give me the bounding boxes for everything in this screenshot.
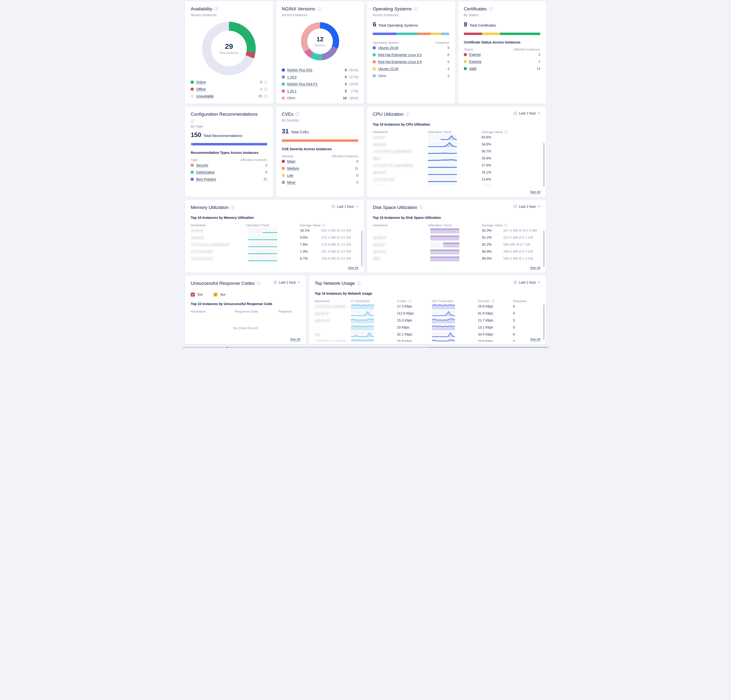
- type-link-best-practice[interactable]: Best Practice: [196, 177, 216, 181]
- nginx-versions-donut-chart[interactable]: 12 Versions: [301, 22, 339, 60]
- availability-donut-chart[interactable]: 29 Total Instances: [202, 22, 256, 75]
- legend-swatch: [373, 46, 376, 49]
- info-icon[interactable]: [408, 300, 411, 303]
- info-icon[interactable]: [504, 130, 507, 133]
- scrollbar[interactable]: [361, 231, 363, 267]
- severity-link-major[interactable]: Major: [287, 160, 296, 163]
- card-title-text: Certificates: [464, 6, 487, 12]
- info-icon[interactable]: [264, 95, 267, 98]
- type-link-optimization[interactable]: Optimization: [196, 170, 215, 174]
- info-icon[interactable]: [504, 224, 507, 227]
- hostname-redacted[interactable]: lu.172.18.0.213: [191, 257, 248, 261]
- severity-link-medium[interactable]: Medium: [287, 166, 299, 170]
- severity-link-low[interactable]: Low: [287, 173, 294, 177]
- hostname-redacted[interactable]: aa.ads.df: [373, 142, 428, 146]
- col-header-hostname: Hostname: [191, 223, 246, 227]
- see-all-link[interactable]: See All: [290, 337, 300, 341]
- status-link-expired[interactable]: Expired: [469, 53, 481, 57]
- recommendation-row: Best Practice 21: [191, 176, 267, 183]
- total-os-label: Total Operating Systems: [378, 23, 418, 27]
- disk-sparkline: [430, 256, 459, 262]
- scrollbar[interactable]: [543, 305, 545, 340]
- disk-row: 82.3% 347.8 MB of 917.9 MB: [373, 227, 540, 234]
- hostname-redacted[interactable]: aa.rws.df: [373, 171, 428, 174]
- hostname-redacted[interactable]: lu.172.18.0_a.internal: [315, 305, 351, 308]
- info-icon[interactable]: [264, 81, 267, 84]
- info-icon[interactable]: [214, 7, 218, 11]
- hostname-redacted[interactable]: s.893.08_0_bs.internal: [315, 340, 351, 341]
- legend-link[interactable]: 1.25.1: [287, 89, 297, 93]
- certificates-title: Certificates: [464, 6, 540, 12]
- os-link[interactable]: Red Hat Enterprise Linux 8.9: [378, 60, 421, 64]
- legend-item-unavailable: Unavailable 20: [191, 93, 267, 100]
- see-all-link[interactable]: See All: [348, 266, 358, 269]
- cves-stacked-bar: [282, 139, 358, 142]
- checkbox-checked-icon: [213, 293, 217, 297]
- info-icon[interactable]: [492, 300, 495, 303]
- legend-link-offline[interactable]: Offline: [196, 87, 206, 91]
- legend-link[interactable]: NGINX Plus R24 P1: [287, 82, 318, 86]
- network-row: 10 Kbps 13.1 Kbps 0: [315, 324, 540, 331]
- info-icon[interactable]: [257, 281, 260, 285]
- hostname-redacted[interactable]: dbsd: [373, 257, 430, 261]
- info-icon[interactable]: [489, 7, 493, 11]
- info-icon[interactable]: [317, 7, 321, 11]
- time-range-selector[interactable]: Last 1 hour: [514, 280, 540, 284]
- hostname-redacted[interactable]: aa.rws.df: [373, 250, 430, 253]
- hostname-redacted[interactable]: lu.172.18.0.3_route.internal: [191, 243, 248, 246]
- info-icon[interactable]: [296, 112, 299, 116]
- filter-label: 5xx: [198, 293, 203, 296]
- info-icon[interactable]: [357, 281, 361, 285]
- hostname-redacted[interactable]: aa.xfs.df: [373, 136, 428, 139]
- hostname-redacted[interactable]: aaa.afs.df: [315, 312, 351, 315]
- hostname-redacted[interactable]: lu.172.18.0.19_route.internal: [373, 164, 428, 167]
- hostname-redacted[interactable]: aa.ads.df: [191, 236, 248, 239]
- info-icon[interactable]: [420, 205, 423, 209]
- hostname-redacted[interactable]: i.dk.di.sd: [373, 185, 428, 185]
- time-range-selector[interactable]: Last 1 hour: [514, 205, 540, 208]
- legend-link[interactable]: 1.18.0: [287, 75, 297, 79]
- col-header-trend: Utilization Trend: [246, 223, 299, 227]
- hostname-redacted[interactable]: lu.172.18.0.3_route.internal: [373, 149, 428, 153]
- hostname-redacted[interactable]: dbsd: [373, 157, 428, 160]
- memory-usage-detail: 258.8 MB of 3.8 GB: [321, 256, 358, 261]
- os-link[interactable]: Ubuntu 22.04: [378, 67, 398, 71]
- hostname-redacted[interactable]: aaa.rws.df: [315, 319, 351, 322]
- see-all-link[interactable]: See All: [530, 190, 540, 194]
- status-link-valid[interactable]: Valid: [469, 67, 477, 70]
- info-icon[interactable]: [406, 112, 410, 116]
- disk-title: Disk Space Utilization: [373, 205, 423, 210]
- info-icon[interactable]: [264, 88, 267, 91]
- scrollbar[interactable]: [543, 143, 545, 187]
- see-all-link[interactable]: See All: [530, 266, 540, 269]
- requests-value: 0: [513, 311, 540, 315]
- hostname-redacted[interactable]: lu.172.18.0.243: [191, 250, 248, 253]
- filter-4xx-checkbox[interactable]: 4xx: [213, 293, 226, 297]
- legend-link-unavailable[interactable]: Unavailable: [196, 94, 214, 98]
- info-icon[interactable]: [414, 7, 418, 11]
- time-range-selector[interactable]: Last 1 hour: [514, 111, 540, 115]
- time-range-selector[interactable]: Last 1 hour: [332, 205, 358, 208]
- legend-percent: (17%): [346, 75, 358, 79]
- hostname-redacted[interactable]: aa.ads.df: [373, 236, 430, 239]
- legend-link-online[interactable]: Online: [196, 80, 206, 84]
- filter-5xx-checkbox[interactable]: 5xx: [191, 293, 203, 297]
- info-icon[interactable]: [230, 205, 234, 209]
- os-link[interactable]: Red Hat Enterprise Linux 9.3: [378, 53, 421, 57]
- time-range-selector[interactable]: Last 1 hour: [273, 280, 300, 284]
- network-row: aaa.afs.df 112.9 Kbps 81.8 Kbps 0: [315, 310, 540, 317]
- os-link[interactable]: Ubuntu 20.04: [378, 46, 398, 50]
- info-icon[interactable]: [322, 224, 325, 227]
- hostname-redacted[interactable]: asd: [315, 332, 351, 336]
- hostname-redacted[interactable]: aa.xfs.df: [373, 243, 430, 246]
- type-link-security[interactable]: Security: [196, 163, 208, 167]
- no-data-message: No Data Found: [191, 326, 300, 330]
- legend-link[interactable]: NGINX Plus R31: [287, 68, 313, 72]
- hostname-redacted[interactable]: lu.172.18.0.213: [373, 177, 428, 181]
- see-all-link[interactable]: See All: [530, 337, 540, 341]
- scrollbar[interactable]: [543, 231, 545, 267]
- info-icon[interactable]: [191, 120, 194, 123]
- hostname-redacted[interactable]: aa.xfs.df: [191, 229, 248, 232]
- status-link-expiring[interactable]: Expiring: [469, 60, 481, 63]
- severity-link-minor[interactable]: Minor: [287, 180, 296, 184]
